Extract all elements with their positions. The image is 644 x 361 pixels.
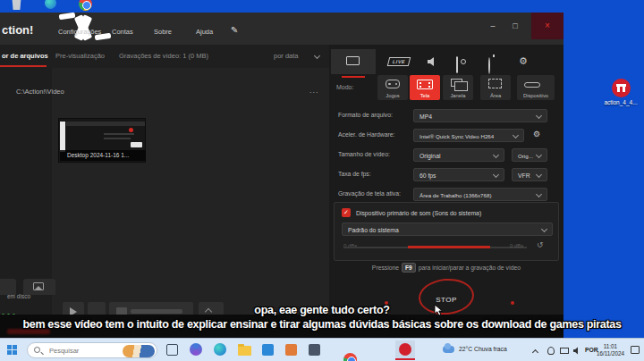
chrome-desktop-icon[interactable] <box>79 0 92 11</box>
disk-space-label: em disco <box>7 293 30 299</box>
chevron-down-icon <box>513 132 519 139</box>
action-shortcut-icon[interactable] <box>612 79 631 97</box>
search-input[interactable] <box>47 345 119 356</box>
watermark-logo <box>52 13 122 41</box>
hardware-dropdown[interactable]: Intel® Quick Sync Video H264 <box>413 129 524 142</box>
mouse-cursor <box>434 304 444 317</box>
chrome-taskbar-icon[interactable] <box>343 353 357 361</box>
menu-sobre[interactable]: Sobre <box>154 28 172 36</box>
edge-desktop-icon[interactable] <box>45 0 56 9</box>
format-badge <box>131 142 142 147</box>
clock[interactable]: 11:01 16/11/2024 <box>597 343 624 357</box>
video-file-name: Desktop 2024-11-16 1... <box>60 150 146 161</box>
tab-recorder[interactable] <box>331 49 376 74</box>
setting-row-format: Formato de arquivo: MP4 <box>329 108 564 124</box>
gain-right-label: 0 dBs <box>510 243 523 248</box>
tab-preview[interactable]: Pre-visualização <box>55 52 105 60</box>
shield-icon[interactable] <box>547 347 555 355</box>
maximize-button[interactable]: □ <box>508 21 522 30</box>
setting-row-active-screen: Gravação de tela ativa: Área de Trabalho… <box>329 187 564 203</box>
tab-audio[interactable] <box>419 49 445 74</box>
size-secondary-dropdown[interactable]: Orig... <box>512 148 547 162</box>
hardware-gear-icon[interactable]: ⚙ <box>533 130 540 139</box>
live-icon: LIVE <box>387 57 411 66</box>
chevron-down-icon <box>536 172 542 178</box>
video-thumbnail[interactable]: Desktop 2024-11-16 1... <box>58 118 146 163</box>
menu-contas[interactable]: Contas <box>112 28 133 36</box>
setting-row-fps: Taxa de fps: 60 fps VFR <box>329 167 564 183</box>
tab-recordings[interactable]: Gravações de vídeo: 1 (0 MB) <box>119 52 208 60</box>
edge-icon[interactable] <box>214 343 226 356</box>
left-shade-column <box>0 68 52 315</box>
volume-icon[interactable] <box>573 347 581 355</box>
tab-file-manager[interactable]: or de arquivos <box>2 52 48 60</box>
more-options[interactable]: ... <box>309 86 319 95</box>
mode-dispositivo[interactable]: Dispositivo <box>517 75 555 100</box>
record-dot <box>129 128 133 132</box>
reset-volume-icon[interactable]: ↺ <box>537 240 544 249</box>
size-dropdown[interactable]: Original <box>413 148 504 162</box>
camera-icon <box>456 56 458 73</box>
subtitles: opa, eae gente tudo certo? bem esse víde… <box>0 304 644 332</box>
menu-ajuda[interactable]: Ajuda <box>196 28 213 36</box>
setting-row-size: Tamanho de vídeo: Original Orig... <box>329 147 564 164</box>
mode-jogos[interactable]: Jogos <box>377 75 408 100</box>
speaker-icon <box>427 56 437 67</box>
audio-section: ✓ Dispositivo primário de som (Sons do s… <box>334 202 559 261</box>
chevron-down-icon <box>536 152 542 158</box>
start-button[interactable] <box>7 345 18 356</box>
menu-configuracoes[interactable]: Configurações <box>58 28 101 36</box>
teams-icon[interactable] <box>309 344 320 356</box>
outlook-icon[interactable] <box>285 344 297 356</box>
action-taskbar-icon[interactable] <box>395 340 415 360</box>
tab-live[interactable]: LIVE <box>385 49 415 74</box>
chevron-down-icon <box>493 152 499 158</box>
tab-screenshot[interactable] <box>449 49 476 74</box>
format-dropdown[interactable]: MP4 <box>413 109 547 122</box>
recycle-bin-icon[interactable] <box>11 0 22 10</box>
task-view-icon[interactable] <box>166 344 178 356</box>
mode-tela[interactable]: Tela <box>410 75 440 100</box>
store-icon[interactable] <box>262 344 274 356</box>
action-app-window: ction! Configurações Contas Sobre Ajuda … <box>0 13 564 338</box>
network-icon[interactable] <box>560 348 569 354</box>
chevron-down-icon <box>536 191 542 197</box>
audio-device-dropdown[interactable]: Padrão do sistema <box>342 222 553 236</box>
clock-date: 16/11/2024 <box>597 350 624 357</box>
app-logo: ction! <box>2 23 33 37</box>
minimize-button[interactable]: – <box>486 21 500 30</box>
gear-icon: ⚙ <box>519 55 528 67</box>
weather-widget[interactable]: 22°C Chuva fraca <box>443 343 523 357</box>
taskbar: 22°C Chuva fraca POR 11:01 16/11/2024 <box>0 338 644 361</box>
screen-icon <box>417 80 433 89</box>
area-icon <box>488 79 502 88</box>
taskbar-search[interactable] <box>27 342 157 358</box>
pen-icon[interactable]: ✎ <box>231 25 238 35</box>
weather-text: 22°C Chuva fraca <box>459 346 507 352</box>
notification-center-icon[interactable] <box>631 346 640 354</box>
sort-by-date[interactable]: por data <box>274 52 299 60</box>
action-shortcut-label[interactable]: action_4_4... <box>597 99 644 105</box>
vfr-dropdown[interactable]: VFR <box>512 168 547 181</box>
file-explorer-icon[interactable] <box>238 346 251 356</box>
file-tabs-row: or de arquivos Pre-visualização Gravaçõe… <box>0 45 329 68</box>
audio-checkbox[interactable]: ✓ <box>342 208 351 217</box>
active-screen-dropdown[interactable]: Área de Trabalho (1366x768) <box>413 188 547 201</box>
widgets-icon[interactable] <box>190 343 202 356</box>
device-icon <box>524 82 540 88</box>
fps-dropdown[interactable]: 60 fps <box>413 168 504 181</box>
mode-janela[interactable]: Janela <box>443 75 473 100</box>
active-tab-underline <box>0 65 47 67</box>
image-icon <box>33 282 44 290</box>
tab-benchmark[interactable] <box>479 49 506 74</box>
close-button[interactable]: × <box>531 13 564 39</box>
mode-area[interactable]: Área <box>480 75 511 100</box>
subtitle-line-2: bem esse vídeo tem o intuito de explicar… <box>0 318 644 332</box>
chevron-down-icon[interactable] <box>314 53 320 59</box>
tray-expand-icon[interactable] <box>532 349 538 356</box>
audio-checkbox-label: Dispositivo primário de som (Sons do sis… <box>356 210 481 216</box>
desktop-screen: ction! Configurações Contas Sobre Ajuda … <box>0 0 644 361</box>
tab-settings[interactable]: ⚙ <box>510 49 537 74</box>
search-highlight-image[interactable] <box>123 345 155 357</box>
window-icon <box>451 79 462 87</box>
